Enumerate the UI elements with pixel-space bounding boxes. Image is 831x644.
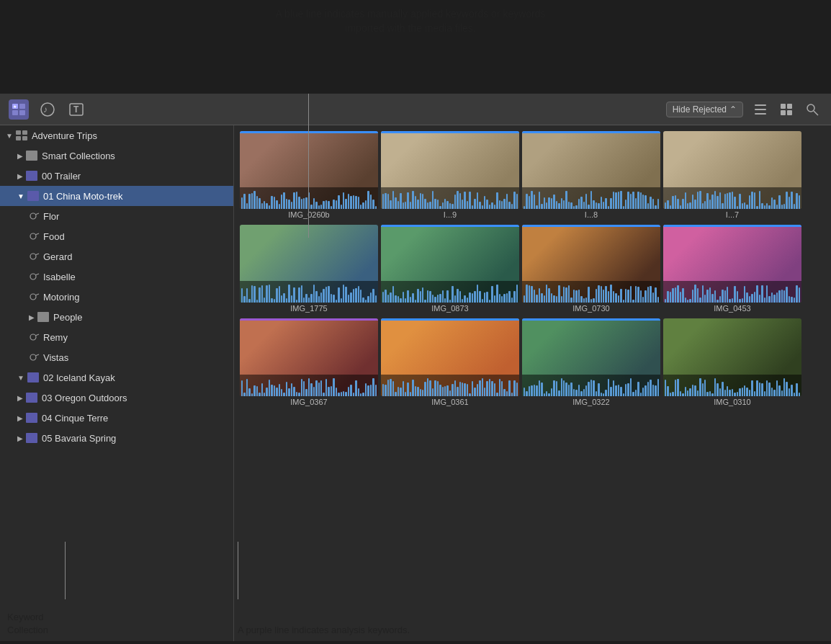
sidebar-item-03-oregon[interactable]: ▶ 03 Oregon Outdoors [0,388,233,408]
thumb-image-img5 [240,225,378,303]
waveform-img5 [240,281,378,303]
sidebar-item-library[interactable]: ▼ Adventure Trips [0,125,233,146]
thumbnail-img7[interactable]: IMG_0730 [522,225,660,316]
sidebar-item-flor[interactable]: Flor [0,206,233,226]
thumbnail-img6[interactable]: IMG_0873 [381,225,519,316]
music-icon[interactable]: ♪ [37,99,58,120]
thumb-label-img9: IMG_0367 [240,398,378,409]
thumb-label-img7: IMG_0730 [522,304,660,316]
waveform-img8 [663,281,801,303]
svg-line-17 [814,111,818,115]
sidebar-item-05-bavaria[interactable]: ▶ 05 Bavaria Spring [0,428,233,448]
svg-rect-1 [19,104,25,109]
sidebar-item-04-cinque[interactable]: ▶ 04 Cinque Terre [0,408,233,428]
motoring-keyword-icon [29,291,40,303]
svg-rect-3 [19,110,25,115]
remy-label: Remy [43,332,68,343]
sidebar-item-01-china[interactable]: ▼ 01 China Moto-trek [0,186,233,206]
svg-point-30 [30,294,36,300]
waveform-img1 [240,187,378,209]
thumbnail-img9[interactable]: IMG_0367 [240,318,378,409]
blue-keyword-line [663,225,801,227]
iceland-label: 02 Iceland Kayak [43,372,115,383]
iceland-arrow: ▼ [17,374,24,382]
oregon-star-icon [26,393,37,403]
waveform-img9 [240,375,378,396]
svg-text:♪: ♪ [43,104,48,115]
waveform-img10 [381,375,519,396]
thumbnail-img5[interactable]: IMG_1775 [240,225,378,316]
search-icon[interactable] [802,99,822,120]
thumb-image-img2 [381,131,519,209]
toolbar: ★ ♪ T Hide Rejected ⌃ [0,94,831,125]
blue-keyword-line [522,318,660,321]
waveform-img4 [663,187,801,209]
sidebar-item-vistas[interactable]: Vistas [0,347,233,367]
thumb-image-img11 [522,318,660,396]
sidebar-item-isabelle[interactable]: Isabelle [0,267,233,287]
thumb-label-img5: IMG_1775 [240,304,378,316]
trailer-arrow: ▶ [17,172,23,180]
blue-keyword-line [381,131,519,133]
thumb-label-img8: IMG_0453 [663,304,801,316]
sidebar-item-gerard[interactable]: Gerard [0,246,233,267]
sidebar-item-remy[interactable]: Remy [0,327,233,347]
chevron-up-icon: ⌃ [729,104,737,115]
flor-keyword-icon [29,210,40,222]
thumbnail-img8[interactable]: IMG_0453 [663,225,801,316]
svg-rect-10 [755,109,766,110]
waveform-img12 [663,375,801,396]
purple-keyword-line [240,318,378,321]
gerard-keyword-icon [29,251,40,262]
thumbnail-img4[interactable]: I...7 [663,131,801,222]
flor-label: Flor [43,211,59,222]
sidebar-item-people[interactable]: ▶ People [0,307,233,327]
list-view-icon[interactable] [750,99,771,120]
library-icon[interactable]: ★ [9,99,29,120]
thumbnail-img12[interactable]: IMG_0310 [663,318,801,409]
iceland-star-icon [27,372,39,383]
annotation-purple-line: A purple line indicates analysis keyword… [238,624,410,637]
svg-line-35 [35,354,39,356]
cinque-label: 04 Cinque Terre [42,413,108,424]
sidebar: ▼ Adventure Trips ▶ Smart Collections [0,125,234,641]
sidebar-item-00-trailer[interactable]: ▶ 00 Trailer [0,166,233,186]
library-label: Adventure Trips [32,130,97,141]
thumb-image-img12 [663,318,801,396]
svg-rect-9 [755,104,766,106]
thumbnail-img2[interactable]: I...9 [381,131,519,222]
waveform-img3 [522,187,660,209]
toolbar-view-icons [750,99,822,120]
thumbnail-img3[interactable]: I...8 [522,131,660,222]
thumb-image-img6 [381,225,519,303]
svg-rect-13 [787,104,792,109]
sidebar-item-motoring[interactable]: Motoring [0,287,233,307]
motoring-label: Motoring [43,292,80,303]
thumbnail-img11[interactable]: IMG_0322 [522,318,660,409]
waveform-img2 [381,187,519,209]
sidebar-item-smart-collections[interactable]: ▶ Smart Collections [0,146,233,166]
thumbnail-img10[interactable]: IMG_0361 [381,318,519,409]
callout-line-top [308,94,309,238]
thumb-image-img3 [522,131,660,209]
oregon-arrow: ▶ [17,394,23,402]
annotation-blue-line: A blue line indicates manually applied k… [274,7,547,35]
people-label: People [53,312,82,323]
sidebar-item-food[interactable]: Food [0,226,233,246]
thumb-label-img2: I...9 [381,210,519,222]
svg-line-25 [35,233,39,235]
thumb-label-img11: IMG_0322 [522,398,660,409]
title-icon[interactable]: T [66,99,86,120]
thumb-image-img1 [240,131,378,209]
bavaria-arrow: ▶ [17,434,23,442]
trailer-label: 00 Trailer [42,171,81,182]
thumb-image-img10 [381,318,519,396]
gerard-label: Gerard [43,251,72,262]
thumbnail-img1[interactable]: IMG_0260b [240,131,378,222]
blue-keyword-line [381,225,519,227]
grid-view-icon[interactable] [776,99,796,120]
svg-rect-14 [781,110,786,115]
hide-rejected-button[interactable]: Hide Rejected ⌃ [666,102,743,117]
blue-keyword-line [522,131,660,133]
sidebar-item-02-iceland[interactable]: ▼ 02 Iceland Kayak [0,367,233,388]
